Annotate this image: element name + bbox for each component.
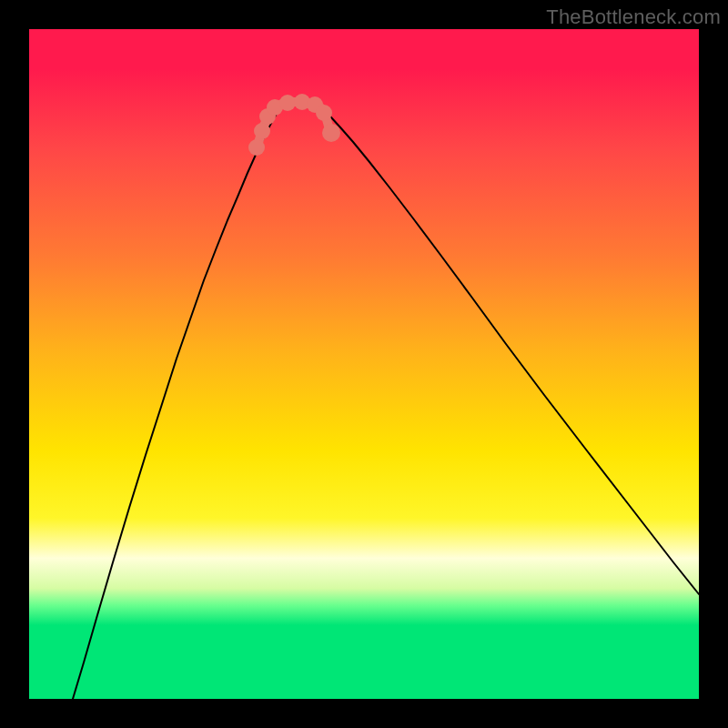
series-right-curve (322, 109, 699, 594)
chart-curves (73, 102, 699, 699)
dot-right-2 (322, 124, 340, 142)
dot-right-1 (316, 105, 332, 121)
dot-left-1 (248, 139, 265, 156)
chart-plot-area (29, 29, 699, 699)
chart-svg (29, 29, 699, 699)
dot-left-2 (254, 123, 270, 139)
series-left-curve (73, 108, 280, 699)
dot-mid-1 (279, 95, 296, 111)
outer-frame: TheBottleneck.com (0, 0, 728, 728)
watermark-text: TheBottleneck.com (546, 5, 721, 29)
